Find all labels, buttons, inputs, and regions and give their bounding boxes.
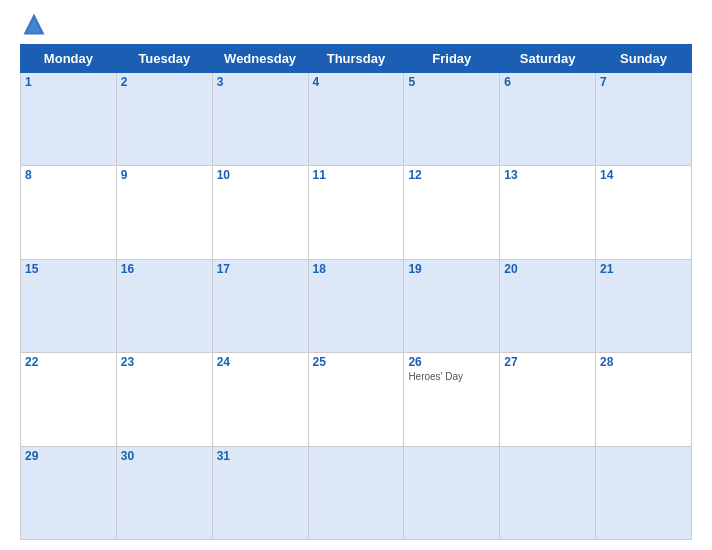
day-number: 20 [504, 262, 591, 276]
calendar-day-cell: 30 [116, 446, 212, 539]
day-number: 30 [121, 449, 208, 463]
calendar-day-cell: 13 [500, 166, 596, 259]
day-number: 26 [408, 355, 495, 369]
calendar-week-row: 2223242526Heroes' Day2728 [21, 353, 692, 446]
weekday-header-monday: Monday [21, 45, 117, 73]
day-number: 27 [504, 355, 591, 369]
calendar-table: MondayTuesdayWednesdayThursdayFridaySatu… [20, 44, 692, 540]
day-number: 13 [504, 168, 591, 182]
calendar-week-row: 15161718192021 [21, 259, 692, 352]
day-number: 28 [600, 355, 687, 369]
calendar-week-row: 891011121314 [21, 166, 692, 259]
calendar-day-cell: 1 [21, 73, 117, 166]
day-number: 15 [25, 262, 112, 276]
calendar-day-cell: 28 [596, 353, 692, 446]
calendar-day-cell: 2 [116, 73, 212, 166]
day-number: 8 [25, 168, 112, 182]
calendar-day-cell: 9 [116, 166, 212, 259]
day-number: 10 [217, 168, 304, 182]
day-number: 7 [600, 75, 687, 89]
day-number: 24 [217, 355, 304, 369]
day-number: 12 [408, 168, 495, 182]
calendar-day-cell: 5 [404, 73, 500, 166]
day-number: 16 [121, 262, 208, 276]
calendar-day-cell: 14 [596, 166, 692, 259]
day-number: 29 [25, 449, 112, 463]
calendar-day-cell: 12 [404, 166, 500, 259]
weekday-header-row: MondayTuesdayWednesdayThursdayFridaySatu… [21, 45, 692, 73]
day-number: 21 [600, 262, 687, 276]
calendar-day-cell: 3 [212, 73, 308, 166]
weekday-header-sunday: Sunday [596, 45, 692, 73]
calendar-week-row: 293031 [21, 446, 692, 539]
day-number: 6 [504, 75, 591, 89]
calendar-day-cell: 25 [308, 353, 404, 446]
weekday-header-tuesday: Tuesday [116, 45, 212, 73]
day-number: 18 [313, 262, 400, 276]
calendar-day-cell: 20 [500, 259, 596, 352]
day-number: 22 [25, 355, 112, 369]
event-label: Heroes' Day [408, 371, 495, 382]
logo [20, 10, 52, 38]
calendar-day-cell: 6 [500, 73, 596, 166]
weekday-header-friday: Friday [404, 45, 500, 73]
calendar-day-cell: 19 [404, 259, 500, 352]
calendar-day-cell: 31 [212, 446, 308, 539]
day-number: 23 [121, 355, 208, 369]
day-number: 25 [313, 355, 400, 369]
weekday-header-saturday: Saturday [500, 45, 596, 73]
day-number: 2 [121, 75, 208, 89]
day-number: 4 [313, 75, 400, 89]
calendar-week-row: 1234567 [21, 73, 692, 166]
weekday-header-thursday: Thursday [308, 45, 404, 73]
calendar-day-cell [404, 446, 500, 539]
calendar-day-cell: 21 [596, 259, 692, 352]
calendar-day-cell: 23 [116, 353, 212, 446]
day-number: 3 [217, 75, 304, 89]
calendar-day-cell: 18 [308, 259, 404, 352]
weekday-header-wednesday: Wednesday [212, 45, 308, 73]
day-number: 9 [121, 168, 208, 182]
calendar-day-cell [500, 446, 596, 539]
day-number: 14 [600, 168, 687, 182]
day-number: 19 [408, 262, 495, 276]
calendar-day-cell: 24 [212, 353, 308, 446]
calendar-header [20, 10, 692, 38]
calendar-day-cell: 15 [21, 259, 117, 352]
day-number: 11 [313, 168, 400, 182]
day-number: 17 [217, 262, 304, 276]
calendar-day-cell: 26Heroes' Day [404, 353, 500, 446]
calendar-day-cell: 8 [21, 166, 117, 259]
logo-icon [20, 10, 48, 38]
calendar-day-cell: 29 [21, 446, 117, 539]
calendar-day-cell: 10 [212, 166, 308, 259]
calendar-day-cell [596, 446, 692, 539]
calendar-day-cell: 4 [308, 73, 404, 166]
day-number: 1 [25, 75, 112, 89]
calendar-day-cell: 16 [116, 259, 212, 352]
calendar-day-cell: 7 [596, 73, 692, 166]
calendar-day-cell [308, 446, 404, 539]
calendar-day-cell: 11 [308, 166, 404, 259]
day-number: 5 [408, 75, 495, 89]
calendar-day-cell: 22 [21, 353, 117, 446]
calendar-day-cell: 17 [212, 259, 308, 352]
calendar-day-cell: 27 [500, 353, 596, 446]
day-number: 31 [217, 449, 304, 463]
